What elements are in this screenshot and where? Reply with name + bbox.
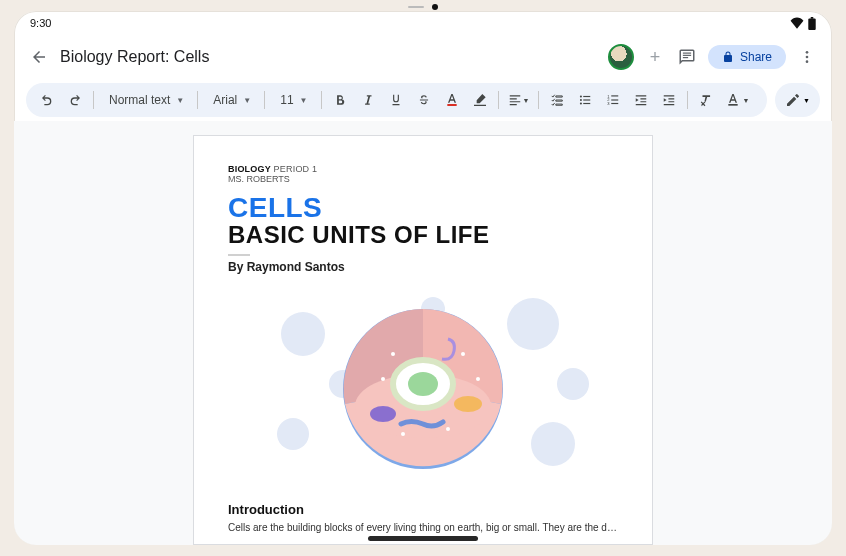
svg-rect-12 bbox=[584, 96, 591, 97]
svg-rect-4 bbox=[683, 57, 688, 58]
svg-text:3: 3 bbox=[608, 101, 611, 106]
toolbar-container: Normal text▼ Arial▼ 11▼ ▼ 123 ▼ ▼ bbox=[14, 79, 832, 121]
svg-point-37 bbox=[461, 352, 465, 356]
svg-point-6 bbox=[806, 56, 809, 59]
svg-rect-14 bbox=[584, 103, 591, 104]
bullet-list-button[interactable] bbox=[572, 87, 598, 113]
device-screen: 9:30 Biology Report: Cells + Share bbox=[14, 11, 832, 545]
format-options-button[interactable]: ▼ bbox=[721, 87, 753, 113]
svg-point-39 bbox=[401, 432, 405, 436]
indent-increase-button[interactable] bbox=[656, 87, 682, 113]
svg-point-40 bbox=[446, 427, 450, 431]
text-color-button[interactable] bbox=[439, 87, 465, 113]
document-page[interactable]: BIOLOGY PERIOD 1 MS. ROBERTS CELLS BASIC… bbox=[193, 135, 653, 545]
app-header: Biology Report: Cells + Share bbox=[14, 35, 832, 79]
doc-title-line2: BASIC UNITS OF LIFE bbox=[228, 222, 618, 248]
formatting-toolbar: Normal text▼ Arial▼ 11▼ ▼ 123 ▼ bbox=[26, 83, 767, 117]
doc-kicker: BIOLOGY PERIOD 1 bbox=[228, 164, 618, 174]
svg-point-38 bbox=[476, 377, 480, 381]
svg-rect-2 bbox=[683, 53, 691, 54]
svg-rect-20 bbox=[612, 103, 619, 104]
status-bar: 9:30 bbox=[14, 11, 832, 35]
svg-rect-21 bbox=[729, 104, 738, 106]
section-heading: Introduction bbox=[228, 502, 618, 517]
pen-tool-button[interactable]: ▼ bbox=[781, 87, 814, 113]
svg-rect-13 bbox=[584, 99, 591, 100]
svg-rect-19 bbox=[612, 99, 619, 100]
share-label: Share bbox=[740, 50, 772, 64]
lock-icon bbox=[722, 51, 734, 63]
doc-byline: By Raymond Santos bbox=[228, 260, 618, 274]
italic-button[interactable] bbox=[355, 87, 381, 113]
doc-title[interactable]: Biology Report: Cells bbox=[60, 48, 209, 66]
battery-icon bbox=[808, 17, 816, 30]
clear-formatting-button[interactable] bbox=[693, 87, 719, 113]
undo-button[interactable] bbox=[34, 87, 60, 113]
svg-rect-3 bbox=[683, 55, 691, 56]
svg-point-11 bbox=[580, 102, 582, 104]
doc-title-line1: CELLS bbox=[228, 194, 618, 222]
align-button[interactable]: ▼ bbox=[504, 87, 534, 113]
svg-rect-0 bbox=[808, 18, 815, 30]
svg-point-33 bbox=[454, 396, 482, 412]
svg-point-9 bbox=[580, 95, 582, 97]
svg-point-10 bbox=[580, 99, 582, 101]
svg-point-36 bbox=[381, 377, 385, 381]
wifi-icon bbox=[790, 17, 804, 29]
font-size-dropdown[interactable]: 11▼ bbox=[270, 87, 315, 113]
svg-point-35 bbox=[391, 352, 395, 356]
svg-point-25 bbox=[557, 368, 589, 400]
svg-rect-18 bbox=[612, 95, 619, 96]
status-time: 9:30 bbox=[30, 17, 51, 29]
svg-point-26 bbox=[277, 418, 309, 450]
section-text: Cells are the building blocks of every l… bbox=[228, 521, 618, 535]
svg-point-5 bbox=[806, 51, 809, 54]
svg-point-24 bbox=[507, 298, 559, 350]
share-button[interactable]: Share bbox=[708, 45, 786, 69]
svg-point-34 bbox=[370, 406, 396, 422]
font-dropdown[interactable]: Arial▼ bbox=[203, 87, 259, 113]
title-rule bbox=[228, 254, 250, 256]
document-canvas[interactable]: BIOLOGY PERIOD 1 MS. ROBERTS CELLS BASIC… bbox=[14, 121, 832, 545]
comments-button[interactable] bbox=[676, 46, 698, 68]
more-menu-button[interactable] bbox=[796, 46, 818, 68]
highlight-button[interactable] bbox=[467, 87, 493, 113]
paragraph-style-dropdown[interactable]: Normal text▼ bbox=[99, 87, 192, 113]
underline-button[interactable] bbox=[383, 87, 409, 113]
numbered-list-button[interactable]: 123 bbox=[600, 87, 626, 113]
cell-illustration bbox=[228, 284, 618, 484]
user-avatar[interactable] bbox=[608, 44, 634, 70]
nav-handle[interactable] bbox=[368, 536, 478, 541]
redo-button[interactable] bbox=[62, 87, 88, 113]
back-button[interactable] bbox=[28, 46, 50, 68]
svg-point-7 bbox=[806, 60, 809, 63]
svg-point-32 bbox=[408, 372, 438, 396]
doc-teacher: MS. ROBERTS bbox=[228, 174, 618, 184]
svg-point-27 bbox=[531, 422, 575, 466]
svg-point-22 bbox=[281, 312, 325, 356]
checklist-button[interactable] bbox=[544, 87, 570, 113]
svg-rect-1 bbox=[811, 17, 814, 19]
indent-decrease-button[interactable] bbox=[628, 87, 654, 113]
svg-rect-8 bbox=[447, 104, 456, 106]
add-collaborator-button[interactable]: + bbox=[644, 46, 666, 68]
bold-button[interactable] bbox=[327, 87, 353, 113]
device-sensor bbox=[408, 4, 438, 10]
strikethrough-button[interactable] bbox=[411, 87, 437, 113]
